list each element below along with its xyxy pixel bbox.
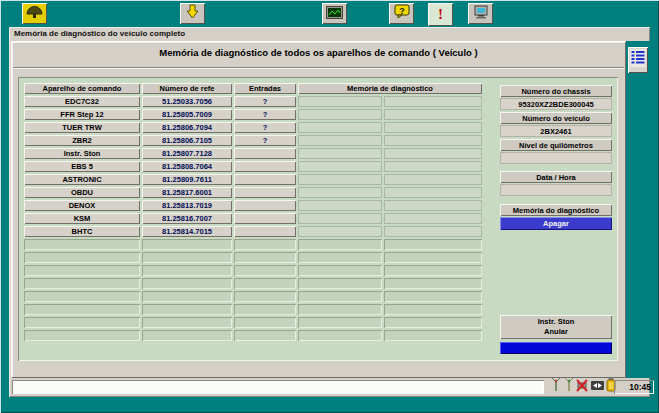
table-cell-entries[interactable]: [234, 226, 296, 237]
table-cell-entries[interactable]: [234, 174, 296, 185]
table-cell-empty: [142, 330, 232, 341]
table-cell-memory: [384, 200, 482, 211]
instr-ston-button[interactable]: Instr. Ston Anular: [500, 315, 612, 339]
table-cell-entries[interactable]: [234, 161, 296, 172]
table-cell-entries[interactable]: [234, 187, 296, 198]
instr-ston-line2: Anular: [544, 327, 568, 337]
table-cell-empty: [234, 304, 296, 315]
antenna-icon: [563, 377, 575, 396]
table-cell-empty: [384, 317, 482, 328]
table-cell-empty: [142, 278, 232, 289]
table-cell-entries[interactable]: [234, 213, 296, 224]
table-cell-ecu-name[interactable]: Instr. Ston: [24, 148, 140, 159]
table-cell-entries[interactable]: ?: [234, 135, 296, 146]
table-cell-entries[interactable]: [234, 200, 296, 211]
table-cell-empty: [142, 265, 232, 276]
table-cell-empty: [298, 304, 382, 315]
table-cell-empty: [384, 278, 482, 289]
table-cell-entries[interactable]: ?: [234, 109, 296, 120]
table-cell-ecu-name[interactable]: FFR Step 12: [24, 109, 140, 120]
table-cell-empty: [24, 239, 140, 250]
list-view-button[interactable]: [628, 47, 648, 73]
table-cell-empty: [234, 252, 296, 263]
table-cell-ref-number[interactable]: 81.25816.7007: [142, 213, 232, 224]
table-cell-empty: [384, 330, 482, 341]
table-cell-memory: [298, 226, 382, 237]
divider: [13, 67, 624, 69]
column-header-entries[interactable]: Entradas: [234, 83, 296, 94]
table-cell-entries[interactable]: ?: [234, 96, 296, 107]
main-panel: Memória de diagnóstico do veículo comple…: [9, 27, 650, 397]
table-cell-ecu-name[interactable]: ASTRONIC: [24, 174, 140, 185]
table-cell-ref-number[interactable]: 81.25814.7015: [142, 226, 232, 237]
table-cell-memory: [298, 109, 382, 120]
content-panel: Memória de diagnóstico de todos os apare…: [11, 41, 626, 378]
table-cell-memory: [384, 122, 482, 133]
table-cell-ref-number[interactable]: 81.25809.7611: [142, 174, 232, 185]
table-cell-ref-number[interactable]: 81.25807.7128: [142, 148, 232, 159]
toolbar-button-download[interactable]: [180, 3, 205, 24]
table-cell-ecu-name[interactable]: TUER TRW: [24, 122, 140, 133]
table-cell-empty: [384, 291, 482, 302]
table-cell-memory: [298, 187, 382, 198]
table-cell-ecu-name[interactable]: DENOX: [24, 200, 140, 211]
table-cell-ref-number[interactable]: 81.25806.7105: [142, 135, 232, 146]
right-strip: [626, 41, 650, 378]
clear-memory-button[interactable]: Apagar: [500, 217, 612, 230]
table-cell-empty: [298, 278, 382, 289]
toolbar-button-logo[interactable]: [22, 3, 47, 24]
column-header-memory[interactable]: Memória de diagnóstico: [298, 83, 482, 94]
exclamation-icon: !: [438, 7, 443, 22]
date-time-button[interactable]: Data / Hora: [500, 171, 612, 183]
table-cell-empty: [24, 252, 140, 263]
table-cell-empty: [142, 239, 232, 250]
chassis-number-value: 95320XZ2BDE300045: [500, 98, 612, 110]
table-cell-empty: [24, 278, 140, 289]
table-cell-empty: [384, 252, 482, 263]
svg-text:?: ?: [399, 6, 405, 16]
table-cell-ref-number[interactable]: 81.25817.6001: [142, 187, 232, 198]
toolbar-button-computer[interactable]: [468, 3, 493, 24]
table-cell-ref-number[interactable]: 81.25808.7064: [142, 161, 232, 172]
ecu-table: Aparelho de comando Número de refe Entra…: [24, 83, 482, 341]
table-cell-ecu-name[interactable]: EDC7C32: [24, 96, 140, 107]
table-cell-entries[interactable]: [234, 148, 296, 159]
clock-time: 10:45: [614, 380, 654, 394]
table-cell-memory: [298, 96, 382, 107]
table-cell-memory: [298, 161, 382, 172]
toolbar-button-fault-memory[interactable]: !: [428, 3, 453, 26]
page-title: Memória de diagnóstico de todos os apare…: [11, 47, 626, 58]
toolbar-button-help[interactable]: ?: [389, 3, 414, 24]
table-cell-empty: [234, 317, 296, 328]
column-header-ecu[interactable]: Aparelho de comando: [24, 83, 140, 94]
vehicle-number-button[interactable]: Número do veículo: [500, 112, 612, 124]
table-cell-ref-number[interactable]: 81.25806.7094: [142, 122, 232, 133]
table-cell-entries[interactable]: ?: [234, 122, 296, 133]
table-cell-ecu-name[interactable]: KSM: [24, 213, 140, 224]
table-cell-empty: [234, 291, 296, 302]
progress-bar: [500, 342, 612, 354]
chassis-number-button[interactable]: Número do chassis: [500, 85, 612, 97]
computer-icon: [473, 5, 489, 23]
table-cell-empty: [298, 291, 382, 302]
antenna-icon: [550, 377, 562, 396]
table-cell-ecu-name[interactable]: OBDU: [24, 187, 140, 198]
table-cell-ref-number[interactable]: 51.25033.7056: [142, 96, 232, 107]
column-header-ref[interactable]: Número de refe: [142, 83, 232, 94]
table-cell-ecu-name[interactable]: ZBR2: [24, 135, 140, 146]
table-cell-empty: [24, 330, 140, 341]
list-icon: [630, 49, 646, 71]
kilometer-level-button[interactable]: Nível de quilómetros: [500, 139, 612, 151]
table-cell-memory: [298, 148, 382, 159]
table-cell-ecu-name[interactable]: EBS 5: [24, 161, 140, 172]
connector-icon: [590, 378, 605, 396]
table-cell-ecu-name[interactable]: BHTC: [24, 226, 140, 237]
table-cell-empty: [24, 304, 140, 315]
table-cell-empty: [384, 239, 482, 250]
table-cell-ref-number[interactable]: 81.25805.7009: [142, 109, 232, 120]
app-logo-icon: [26, 5, 43, 23]
toolbar-button-measure[interactable]: [322, 3, 347, 24]
table-cell-ref-number[interactable]: 81.25813.7019: [142, 200, 232, 211]
table-cell-memory: [384, 174, 482, 185]
diagnostic-memory-label: Memória do diagnóstico: [500, 204, 612, 216]
